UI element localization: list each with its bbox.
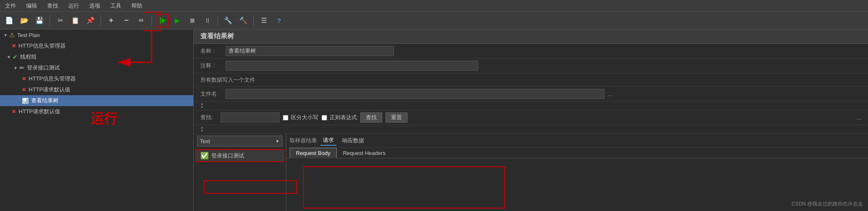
result-tabs-row: 取样器结果 请求 响应数据 [286, 134, 868, 148]
help-button[interactable]: ? [272, 14, 286, 27]
remove-button[interactable]: − [120, 14, 133, 27]
expand-icon: ▼ [3, 33, 8, 37]
name-row: 名称： [194, 44, 868, 59]
tree-item-http-default1[interactable]: ✖ HTTP请求默认值 [0, 84, 193, 95]
toolbar-sep5 [253, 16, 254, 26]
case-sensitive-label: 区分大小写 [291, 114, 318, 121]
http-default1-icon: ✖ [22, 87, 26, 93]
comment-row: 注释： [194, 59, 868, 73]
copy-button[interactable]: 📋 [69, 14, 82, 27]
tab-request[interactable]: 请求 [320, 136, 336, 146]
toolbar: 📄 📂 💾 ✂ 📋 📌 + − ✏ ▶ ⏹ ⏸ 🔧 🔨 ☰ ? [0, 12, 868, 29]
write-all-row: 所有数据写入一个文件 [194, 73, 868, 87]
watermark: CSDN @我走过的路你也许在走 [791, 200, 863, 208]
menu-run[interactable]: 运行 [67, 1, 81, 11]
name-label: 名称： [200, 47, 226, 55]
scroll-arrows-2: ▲ ▼ [200, 126, 204, 133]
pause-button[interactable]: ⏸ [201, 14, 214, 27]
login-test-icon: ✏ [19, 64, 24, 71]
cut-button[interactable]: ✂ [53, 14, 67, 27]
tree-item-login-test[interactable]: ▼ ✏ 登录接口测试 [0, 62, 193, 73]
panel-title: 查看结果树 [194, 29, 868, 44]
expand-icon-2: ▼ [7, 55, 11, 59]
tree-item-view-result[interactable]: 📊 查看结果树 [0, 95, 193, 106]
sub-tab-request-headers[interactable]: Request Headers [337, 148, 392, 158]
result-list-item-login[interactable]: ✅ 登录接口测试 [195, 149, 284, 162]
play-button[interactable] [155, 14, 169, 27]
comment-label: 注释： [200, 62, 226, 69]
result-right: 取样器结果 请求 响应数据 Request Body Request Heade… [286, 134, 868, 211]
tree-item-test-plan[interactable]: ▼ ⚠ Test Plan [0, 29, 193, 40]
regex-checkbox[interactable] [322, 115, 327, 120]
tree-item-http-header1[interactable]: ✖ HTTP信息头管理器 [0, 40, 193, 51]
dropdown-arrow-icon: ▼ [275, 139, 280, 144]
thread-group-icon: ✔ [13, 53, 18, 60]
tree-item-http-default2[interactable]: ✖ HTTP请求默认值 [0, 106, 193, 117]
name-input[interactable] [226, 46, 394, 56]
bottom-area: Text ▼ ✅ 登录接口测试 取样器结果 请求 响应数据 [194, 134, 868, 211]
file-input[interactable] [226, 89, 604, 99]
http-default2-icon: ✖ [12, 109, 16, 115]
comment-input[interactable] [226, 61, 478, 71]
find-button[interactable]: 查找 [360, 112, 382, 123]
view-result-icon: 📊 [22, 98, 29, 104]
success-icon: ✅ [200, 152, 209, 160]
arrow-button[interactable]: ▶ [170, 14, 184, 27]
tab-response[interactable]: 响应数据 [340, 136, 367, 145]
menu-bar: 文件 编辑 查找 运行 选项 工具 帮助 [0, 0, 868, 12]
clear-button1[interactable]: 🔧 [221, 14, 235, 27]
test-plan-icon: ⚠ [9, 32, 15, 38]
text-dropdown[interactable]: Text ▼ [197, 136, 282, 147]
scroll-row1: ▲ ▼ [194, 101, 868, 110]
search-label: 查找: [200, 114, 217, 121]
main-layout: ▼ ⚠ Test Plan ✖ HTTP信息头管理器 ▼ ✔ 线程组 ▼ ✏ 登… [0, 29, 868, 211]
tree-item-thread-group[interactable]: ▼ ✔ 线程组 [0, 51, 193, 62]
file-label: 文件名 [200, 90, 226, 98]
case-sensitive-row: 区分大小写 [283, 114, 318, 121]
case-sensitive-checkbox[interactable] [283, 115, 288, 120]
play-icon [160, 17, 166, 24]
menu-option[interactable]: 选项 [88, 1, 102, 11]
search-dots[interactable]: ... [856, 114, 861, 121]
search-input[interactable] [221, 112, 280, 123]
expand-icon-3: ▼ [13, 66, 18, 70]
dropdown-label: Text [200, 138, 210, 144]
open-button[interactable]: 📂 [18, 14, 31, 27]
menu-tool[interactable]: 工具 [109, 1, 123, 11]
result-item-label: 登录接口测试 [211, 152, 244, 160]
sampler-result-label: 取样器结果 [290, 137, 317, 144]
scroll-arrows-1: ▲ ▼ [200, 102, 204, 109]
http-header1-icon: ✖ [12, 43, 16, 49]
result-list: Text ▼ ✅ 登录接口测试 [194, 134, 286, 211]
regex-row: 正则表达式 [322, 114, 357, 121]
edit-button[interactable]: ✏ [135, 14, 148, 27]
search-row: 查找: 区分大小写 正则表达式 查找 重置 ... [194, 110, 868, 125]
result-area: Text ▼ ✅ 登录接口测试 取样器结果 请求 响应数据 [194, 134, 868, 211]
add-button[interactable]: + [104, 14, 118, 27]
file-dots[interactable]: ... [608, 91, 612, 97]
regex-label: 正则表达式 [330, 114, 357, 121]
clear-button2[interactable]: 🔨 [237, 14, 250, 27]
menu-help[interactable]: 帮助 [130, 1, 144, 11]
scroll-row2: ▲ ▼ [194, 125, 868, 134]
list-button[interactable]: ☰ [257, 14, 271, 27]
paste-button[interactable]: 📌 [84, 14, 97, 27]
tree-item-http-header2[interactable]: ✖ HTTP信息头管理器 [0, 73, 193, 84]
stop-button[interactable]: ⏹ [186, 14, 199, 27]
toolbar-sep4 [218, 16, 218, 26]
new-button[interactable]: 📄 [3, 14, 16, 27]
right-panel: 查看结果树 名称： 注释： 所有数据写入一个文件 文件名 ... ▲ ▼ [194, 29, 868, 211]
write-all-label: 所有数据写入一个文件 [200, 76, 255, 84]
menu-edit[interactable]: 编辑 [24, 1, 39, 11]
menu-find[interactable]: 查找 [45, 1, 60, 11]
http-header2-icon: ✖ [22, 76, 26, 82]
sub-tab-request-body[interactable]: Request Body [290, 148, 337, 158]
result-list-top: Text ▼ [194, 134, 286, 148]
sub-tabs-row: Request Body Request Headers [286, 148, 868, 158]
left-panel: ▼ ⚠ Test Plan ✖ HTTP信息头管理器 ▼ ✔ 线程组 ▼ ✏ 登… [0, 29, 194, 211]
menu-file[interactable]: 文件 [3, 1, 18, 11]
file-row: 文件名 ... [194, 87, 868, 101]
save-button[interactable]: 💾 [33, 14, 46, 27]
reset-button[interactable]: 重置 [386, 112, 407, 123]
toolbar-sep1 [50, 16, 50, 26]
